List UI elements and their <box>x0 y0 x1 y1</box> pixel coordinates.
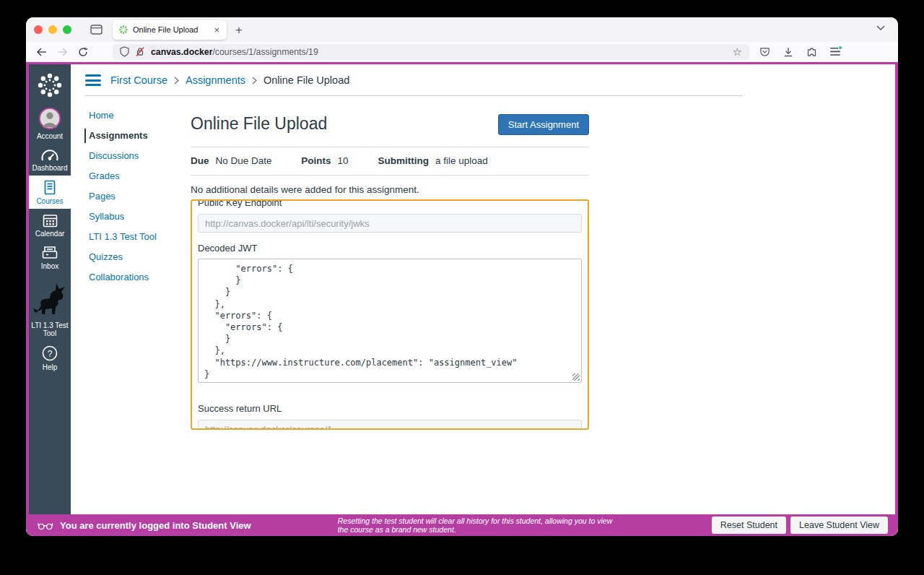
browser-window: Online File Upload × + <box>26 17 898 536</box>
student-view-message: You are currently logged into Student Vi… <box>60 520 251 531</box>
assignment-details: DueNo Due Date Points10 Submittinga file… <box>191 155 589 166</box>
assignment-panel: Online File Upload Start Assignment DueN… <box>191 108 589 430</box>
url-host: canvas.docker <box>151 47 212 57</box>
sidebar-item-lti-test-tool[interactable]: LTI 1.3 TestTool <box>29 274 71 341</box>
help-icon: ? <box>42 345 58 361</box>
close-window-button[interactable] <box>34 25 43 34</box>
divider <box>191 175 589 176</box>
student-view-note: Resetting the test student will clear al… <box>338 516 625 534</box>
course-nav-quizzes[interactable]: Quizzes <box>84 250 191 264</box>
public-key-endpoint-input[interactable] <box>198 214 582 233</box>
sidebar-item-dashboard[interactable]: Dashboard <box>29 144 71 176</box>
pocket-icon[interactable] <box>759 46 770 57</box>
start-assignment-button[interactable]: Start Assignment <box>498 114 589 135</box>
student-view-bar: You are currently logged into Student Vi… <box>29 514 895 536</box>
course-menu-hamburger-icon[interactable] <box>85 74 101 86</box>
dashboard-gauge-icon <box>40 148 59 162</box>
browser-toolbar: canvas.docker/courses/1/assignments/19 ☆ <box>26 42 898 62</box>
decoded-jwt-label: Decoded JWT <box>198 243 582 254</box>
bookmark-star-icon[interactable]: ☆ <box>733 46 742 59</box>
browser-tab[interactable]: Online File Upload × <box>113 20 227 40</box>
reload-button[interactable] <box>78 47 88 57</box>
tab-favicon-icon <box>118 25 128 35</box>
breadcrumb-separator-icon <box>174 77 179 85</box>
zoom-window-button[interactable] <box>63 25 71 34</box>
browser-tab-bar: Online File Upload × + <box>26 17 898 42</box>
glasses-icon <box>38 521 53 530</box>
extensions-puzzle-icon[interactable] <box>806 46 817 57</box>
unicorn-icon <box>32 280 68 319</box>
sidebar-item-account[interactable]: Account <box>29 103 71 144</box>
course-nav-home[interactable]: Home <box>84 108 191 123</box>
course-nav-pages[interactable]: Pages <box>84 189 191 204</box>
list-tabs-chevron-icon[interactable] <box>876 25 885 30</box>
breadcrumb-separator-icon <box>252 77 257 85</box>
shield-icon[interactable] <box>120 46 129 57</box>
courses-book-icon <box>43 180 57 195</box>
due-value: No Due Date <box>216 155 272 166</box>
course-nav-lti-test-tool[interactable]: LTI 1.3 Test Tool <box>84 230 191 244</box>
app-menu-icon[interactable] <box>830 48 840 56</box>
account-avatar-icon <box>38 107 61 130</box>
new-tab-button[interactable]: + <box>235 24 243 36</box>
url-bar[interactable]: canvas.docker/courses/1/assignments/19 ☆ <box>113 44 749 60</box>
sidebar-item-inbox[interactable]: Inbox <box>29 241 71 274</box>
back-button[interactable] <box>36 48 47 56</box>
url-path: /courses/1/assignments/19 <box>212 47 318 57</box>
breadcrumb: First Course Assignments Online File Upl… <box>110 74 349 86</box>
sidebar-item-calendar[interactable]: Calendar <box>29 209 71 241</box>
course-nav: Home Assignments Discussions Grades Page… <box>71 108 191 430</box>
breadcrumb-current: Online File Upload <box>263 74 349 86</box>
success-return-url-label: Success return URL <box>198 403 582 415</box>
success-return-url-input[interactable] <box>198 420 582 430</box>
sidebar-item-help[interactable]: ? Help <box>29 341 71 375</box>
firefox-view-icon[interactable] <box>90 25 103 35</box>
reset-student-button[interactable]: Reset Student <box>712 516 786 534</box>
page-title: Online File Upload <box>191 114 327 134</box>
tab-title: Online File Upload <box>133 25 212 34</box>
breadcrumb-course-link[interactable]: First Course <box>110 74 167 86</box>
course-nav-syllabus[interactable]: Syllabus <box>84 209 191 224</box>
divider <box>191 147 589 147</box>
canvas-page: Account Dashboard Courses <box>26 62 898 536</box>
submitting-label: Submitting <box>378 155 429 166</box>
main-content: First Course Assignments Online File Upl… <box>71 64 895 514</box>
leave-student-view-button[interactable]: Leave Student View <box>790 516 888 534</box>
download-icon[interactable] <box>783 47 793 57</box>
svg-text:?: ? <box>48 349 53 359</box>
forward-button[interactable] <box>57 48 68 56</box>
account-sync-badge <box>838 46 842 50</box>
lti-tool-frame: Public Key Endpoint Decoded JWT "errors"… <box>191 199 589 430</box>
insecure-lock-icon[interactable] <box>135 46 145 57</box>
course-nav-grades[interactable]: Grades <box>84 169 191 183</box>
breadcrumb-assignments-link[interactable]: Assignments <box>186 74 245 86</box>
inbox-icon <box>42 246 58 260</box>
submitting-value: a file upload <box>435 155 488 166</box>
due-label: Due <box>191 155 209 166</box>
course-nav-discussions[interactable]: Discussions <box>84 149 191 163</box>
url-text: canvas.docker/courses/1/assignments/19 <box>151 47 733 57</box>
points-value: 10 <box>338 155 349 166</box>
points-label: Points <box>301 155 331 166</box>
decoded-jwt-textarea[interactable]: "errors": { } } }, "errors": { "errors":… <box>198 259 582 383</box>
window-controls <box>34 25 71 34</box>
minimize-window-button[interactable] <box>48 25 57 34</box>
canvas-logo-icon[interactable] <box>35 71 64 100</box>
public-key-endpoint-label: Public Key Endpoint <box>198 199 582 209</box>
sidebar-item-courses[interactable]: Courses <box>29 176 71 209</box>
course-nav-collaborations[interactable]: Collaborations <box>84 270 191 285</box>
close-tab-icon[interactable]: × <box>212 25 221 35</box>
global-nav-sidebar: Account Dashboard Courses <box>29 64 71 514</box>
calendar-icon <box>43 213 58 228</box>
course-nav-assignments[interactable]: Assignments <box>84 129 191 143</box>
no-details-text: No additional details were added for thi… <box>191 184 589 195</box>
